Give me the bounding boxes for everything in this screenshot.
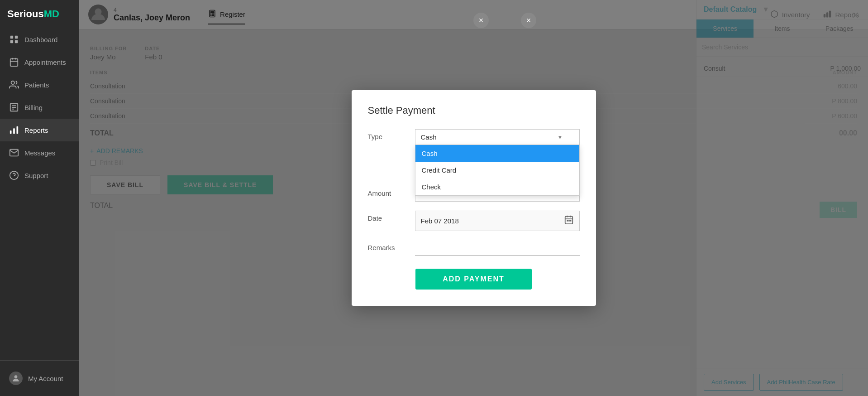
type-field-content: Cash ▼ Cash Credit Card Check: [415, 129, 580, 145]
sidebar-item-label-dashboard: Dashboard: [24, 36, 57, 43]
sidebar-item-appointments[interactable]: Appointments: [0, 51, 79, 73]
sidebar-item-support[interactable]: Support: [0, 164, 79, 187]
svg-rect-37: [570, 220, 571, 222]
svg-rect-13: [17, 126, 19, 134]
main-content: 4 Canlas, Joey Meron Register Inventory: [79, 0, 868, 396]
type-select-value: Cash: [421, 133, 437, 141]
grid-icon: [9, 34, 19, 44]
sidebar-item-label-patients: Patients: [24, 81, 49, 89]
remarks-label: Remarks: [368, 240, 404, 251]
dropdown-option-check[interactable]: Check: [415, 179, 579, 195]
sidebar-item-label-billing: Billing: [24, 104, 43, 111]
svg-rect-1: [15, 36, 18, 39]
dropdown-option-cash[interactable]: Cash: [415, 145, 579, 162]
svg-rect-35: [567, 220, 568, 222]
sidebar-item-billing[interactable]: Billing: [0, 96, 79, 119]
sidebar-item-patients[interactable]: Patients: [0, 73, 79, 96]
mail-icon: [9, 148, 19, 158]
sidebar-item-dashboard[interactable]: Dashboard: [0, 28, 79, 51]
type-label: Type: [368, 129, 404, 140]
type-select-wrapper: Cash ▼ Cash Credit Card Check: [415, 129, 580, 145]
sidebar-item-messages[interactable]: Messages: [0, 141, 79, 164]
svg-rect-0: [10, 36, 13, 39]
svg-rect-3: [15, 40, 18, 43]
sidebar-nav: Dashboard Appointments Patients Billing …: [0, 28, 79, 360]
settle-payment-modal: Settle Payment Type Cash ▼ Cash Credit C…: [352, 90, 596, 306]
bar-chart-icon: [9, 125, 19, 135]
svg-rect-15: [10, 130, 12, 134]
sidebar-item-reports[interactable]: Reports: [0, 119, 79, 141]
sidebar: SeriousMD Dashboard Appointments Patient…: [0, 0, 79, 396]
calendar-icon[interactable]: [564, 215, 574, 227]
sidebar-item-label-support: Support: [24, 172, 48, 179]
help-circle-icon: [9, 170, 19, 180]
logo-text: SeriousMD: [7, 8, 59, 20]
dropdown-option-credit-card[interactable]: Credit Card: [415, 162, 579, 179]
modal-overlay: × × Settle Payment Type Cash ▼ Cash Cred…: [79, 0, 868, 396]
remarks-field-content: [415, 240, 580, 256]
svg-rect-31: [565, 217, 572, 224]
avatar: [9, 372, 23, 385]
sidebar-item-label-appointments: Appointments: [24, 58, 66, 66]
date-field[interactable]: Feb 07 2018: [415, 211, 580, 231]
modal-field-type: Type Cash ▼ Cash Credit Card Check: [368, 129, 580, 145]
list-icon: [9, 102, 19, 112]
modal-title: Settle Payment: [368, 105, 580, 116]
modal-field-date: Date Feb 07 2018: [368, 211, 580, 231]
overlay-close-button-1[interactable]: ×: [473, 13, 489, 28]
overlay-close-button-2[interactable]: ×: [521, 13, 536, 28]
logo-serious: Serious: [7, 8, 44, 19]
sidebar-item-label-reports: Reports: [24, 126, 48, 134]
sidebar-logo: SeriousMD: [0, 0, 79, 28]
add-payment-button[interactable]: ADD PAYMENT: [415, 269, 532, 290]
sidebar-item-myaccount[interactable]: My Account: [0, 365, 79, 391]
calendar-icon: [9, 57, 19, 67]
type-select-display[interactable]: Cash ▼: [415, 129, 580, 145]
svg-rect-4: [10, 59, 18, 67]
svg-point-18: [14, 375, 18, 378]
sidebar-item-label-myaccount: My Account: [28, 375, 63, 382]
svg-rect-36: [568, 220, 570, 222]
svg-rect-14: [13, 128, 15, 134]
logo-md: MD: [44, 8, 59, 19]
type-dropdown-list: Cash Credit Card Check: [415, 145, 580, 196]
modal-field-remarks: Remarks: [368, 240, 580, 256]
date-label: Date: [368, 211, 404, 222]
remarks-input[interactable]: [415, 240, 580, 256]
date-field-content: Feb 07 2018: [415, 211, 580, 231]
sidebar-bottom: My Account: [0, 360, 79, 396]
users-icon: [9, 80, 19, 90]
svg-point-8: [11, 81, 14, 84]
svg-rect-2: [10, 40, 13, 43]
sidebar-item-label-messages: Messages: [24, 149, 55, 157]
dropdown-arrow-icon: ▼: [558, 134, 563, 140]
amount-label: Amount: [368, 186, 404, 197]
date-value: Feb 07 2018: [421, 217, 559, 225]
